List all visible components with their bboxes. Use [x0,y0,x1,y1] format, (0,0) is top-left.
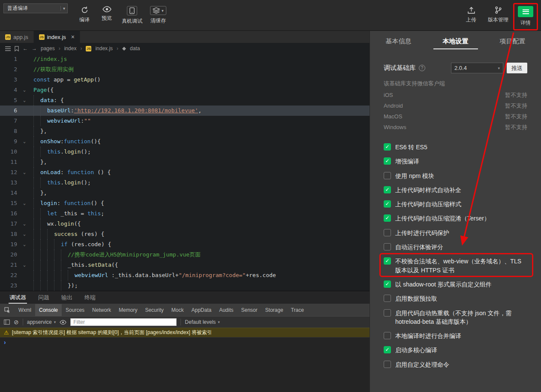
code-line[interactable]: 10this.login(); [0,147,370,157]
navigate-forward-icon[interactable]: → [32,45,37,51]
code-line[interactable]: 7webviewUrl:"" [0,116,370,126]
line-number[interactable]: 11 [0,157,21,167]
checkbox-icon[interactable] [384,186,391,193]
fold-arrow-icon[interactable]: ⌄ [21,260,28,270]
settings-tab[interactable]: 基本信息 [370,31,427,51]
devtools-tab[interactable]: Console [35,304,62,316]
fold-arrow-icon[interactable]: ⌄ [21,95,28,106]
code-line[interactable]: 1//index.js [0,54,370,64]
version-manage-button[interactable]: 版本管理 [488,6,508,29]
code-line[interactable]: 8}, [0,126,370,136]
code-line[interactable]: 3const app = getApp() [0,75,370,85]
line-number[interactable]: 13 [0,178,21,188]
devtools-tab[interactable]: Storage [261,304,287,316]
checkbox-icon[interactable] [384,361,391,368]
code-line[interactable]: 2//获取应用实例 [0,64,370,75]
code-line[interactable]: 9⌄onShow:function(){ [0,136,370,147]
upload-button[interactable]: 上传 [464,6,478,29]
line-number[interactable]: 15 [0,198,21,208]
devtools-tab[interactable]: Sensor [237,304,261,316]
setting-option[interactable]: 上传代码时自动压缩混淆（Terser） [384,214,527,223]
line-number[interactable]: 22 [0,270,21,280]
checkbox-icon[interactable] [384,143,391,151]
line-number[interactable]: 18 [0,229,21,239]
setting-option[interactable]: 启用数据预拉取 [384,294,527,303]
setting-option[interactable]: 上传代码时样式自动补全 [384,186,527,194]
breadcrumb-pages[interactable]: pages [41,45,55,51]
checkbox-icon[interactable] [384,229,391,236]
setting-option[interactable]: 以 shadow-root 形式展示自定义组件 [384,280,527,289]
code-line[interactable]: 13this.login(); [0,178,370,188]
setting-option[interactable]: ES6 转 ES5 [384,143,527,151]
line-number[interactable]: 20 [0,250,21,260]
line-number[interactable]: 10 [0,147,21,157]
checkbox-icon[interactable] [384,200,391,208]
fold-arrow-icon[interactable]: ⌄ [21,229,28,239]
fold-arrow-icon[interactable]: ⌄ [21,219,28,229]
fold-arrow-icon[interactable]: ⌄ [21,85,28,95]
device-debug-button[interactable]: 真机调试 [122,6,142,25]
debugger-panel-tab[interactable]: 输出 [56,291,78,304]
line-number[interactable]: 8 [0,126,21,136]
devtools-tab[interactable]: Audits [215,304,237,316]
settings-tab[interactable]: 本地设置 [427,31,484,51]
code-line[interactable]: 17⌄wx.login({ [0,219,370,229]
line-number[interactable]: 4 [0,85,21,95]
line-number[interactable]: 3 [0,75,21,85]
line-number[interactable]: 1 [0,54,21,64]
devtools-tab[interactable]: Security [141,304,167,316]
devtools-tab[interactable]: Mock [168,304,188,316]
devtools-tab[interactable]: Trace [287,304,308,316]
devtools-tab[interactable]: Memory [115,304,141,316]
devtools-tab[interactable]: Sources [62,304,88,316]
checkbox-icon[interactable] [384,346,391,353]
push-button[interactable]: 推送 [507,63,527,73]
checkbox-icon[interactable] [384,157,391,165]
code-line[interactable]: 20//携带code进入H5的miniprogram_jump.vue页面 [0,250,370,260]
close-icon[interactable]: × [71,34,75,40]
compile-button[interactable]: 编译 [77,6,92,25]
line-number[interactable]: 6 [0,106,21,116]
line-number[interactable]: 5 [0,95,21,106]
code-line[interactable]: 22webviewUrl :_this.data.baseUrl+"/minip… [0,270,370,280]
devtools-tab[interactable]: Network [88,304,115,316]
fold-arrow-icon[interactable]: ⌄ [21,198,28,208]
breadcrumb-file[interactable]: index.js [95,45,113,51]
breadcrumb-symbol[interactable]: data [130,45,140,51]
devtools-tab[interactable]: Wxml [15,304,35,316]
debugger-panel-tab[interactable]: 终端 [79,291,101,304]
setting-option[interactable]: 本地编译时进行合并编译 [384,332,527,340]
settings-tab[interactable]: 项目配置 [484,31,541,51]
preview-button[interactable]: 预览 [99,6,114,25]
setting-option[interactable]: 启动多核心编译 [384,346,527,354]
code-line[interactable]: 19⌄if (res.code) { [0,239,370,250]
console-filter-input[interactable] [70,318,177,326]
checkbox-icon[interactable] [384,309,391,317]
console-empty-area[interactable] [0,347,370,392]
navigate-back-icon[interactable]: ← [23,45,28,51]
log-levels-select[interactable]: Default levels ▾ [185,319,220,325]
fold-arrow-icon[interactable]: ⌄ [21,136,28,147]
checkbox-icon[interactable] [384,280,391,288]
setting-option[interactable]: 自动运行体验评分 [384,243,527,251]
live-expression-eye-icon[interactable] [60,320,66,325]
clear-cache-button[interactable]: ▾ 清缓存 [150,6,166,25]
checkbox-icon[interactable] [384,332,391,339]
line-number[interactable]: 23 [0,280,21,291]
code-line[interactable]: 6baseUrl:'http://192.168.1.200:8081/mobi… [0,106,370,116]
compile-mode-select[interactable]: 普通编译 ▾ [3,3,68,13]
code-line[interactable]: 4⌄Page({ [0,85,370,95]
details-button[interactable]: 详情 [518,6,533,29]
line-number[interactable]: 16 [0,208,21,219]
bookmark-icon[interactable] [15,46,19,51]
code-line[interactable]: 18⌄success (res) { [0,229,370,239]
code-line[interactable]: 12⌄onLoad: function () { [0,167,370,178]
code-line[interactable]: 14}, [0,188,370,198]
console-prompt[interactable]: › [0,337,370,347]
checkbox-icon[interactable] [384,295,391,302]
inspect-element-icon[interactable] [0,304,15,316]
base-library-version-select[interactable]: 2.0.4 ▾ [451,63,503,73]
checkbox-icon[interactable] [384,243,391,250]
code-line[interactable]: 5⌄data: { [0,95,370,106]
line-number[interactable]: 2 [0,64,21,75]
